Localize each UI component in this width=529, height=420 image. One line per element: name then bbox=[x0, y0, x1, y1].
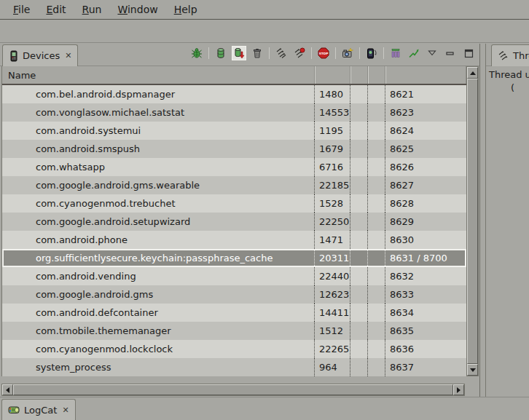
table-header[interactable]: Name bbox=[2, 66, 466, 85]
scroll-down-button[interactable] bbox=[467, 364, 478, 376]
process-row[interactable]: com.cyanogenmod.trebuchet 1528 8628 bbox=[2, 194, 466, 213]
process-row[interactable]: com.android.systemui 1195 8624 bbox=[2, 122, 466, 140]
port-cell: 8630 bbox=[385, 231, 466, 249]
toolbar-separator bbox=[269, 47, 270, 59]
port-cell: 8635 bbox=[385, 322, 466, 340]
cause-gc-icon[interactable] bbox=[251, 47, 264, 60]
empty-cell bbox=[350, 304, 368, 322]
process-row[interactable]: com.google.android.gms 12623 8633 bbox=[2, 285, 466, 304]
process-row[interactable]: com.vonglasow.michael.satstat 14553 8623 bbox=[2, 103, 466, 122]
tab-logcat[interactable]: LogCat ✕ bbox=[1, 399, 76, 420]
empty-cell bbox=[368, 85, 385, 103]
port-cell: 8634 bbox=[385, 304, 466, 322]
process-row[interactable]: com.cyanogenmod.lockclock 22265 8636 bbox=[2, 340, 466, 358]
column-header-empty[interactable] bbox=[350, 66, 368, 84]
tab-threads[interactable]: Threads bbox=[491, 44, 529, 66]
update-heap-icon[interactable] bbox=[214, 47, 227, 60]
screen-capture-icon[interactable] bbox=[341, 47, 354, 60]
threads-message: Thread up ( bbox=[486, 66, 529, 95]
process-row[interactable]: com.whatsapp 6716 8626 bbox=[2, 158, 466, 176]
empty-cell bbox=[368, 103, 385, 122]
debug-process-icon[interactable] bbox=[190, 47, 203, 60]
process-name-cell: com.cyanogenmod.lockclock bbox=[2, 340, 315, 358]
vertical-scrollbar-thumb[interactable] bbox=[467, 79, 478, 364]
dump-hprof-icon[interactable] bbox=[232, 47, 246, 60]
rotate-screen-icon[interactable] bbox=[365, 47, 378, 60]
port-cell: 8627 bbox=[385, 176, 466, 194]
port-cell: 8631 / 8700 bbox=[385, 249, 466, 267]
port-cell: 8637 bbox=[385, 358, 466, 376]
view-menu-icon[interactable] bbox=[426, 47, 439, 60]
column-header-name[interactable]: Name bbox=[2, 66, 315, 84]
scroll-left-button[interactable] bbox=[2, 384, 13, 395]
devices-view: Devices ✕ bbox=[0, 44, 480, 397]
menu-item-help[interactable]: Help bbox=[167, 1, 205, 17]
process-row[interactable]: com.bel.android.dspmanager 1480 8621 bbox=[2, 85, 466, 103]
pid-cell: 20311 bbox=[315, 249, 350, 267]
process-name-cell: org.sufficientlysecure.keychain:passphra… bbox=[2, 249, 315, 267]
svg-text:STOP: STOP bbox=[319, 52, 329, 55]
column-header-port[interactable] bbox=[385, 66, 466, 84]
pid-cell: 1480 bbox=[315, 85, 350, 103]
process-row[interactable]: com.android.smspush 1679 8625 bbox=[2, 140, 466, 158]
process-row[interactable]: com.google.android.gms.wearable 22185 86… bbox=[2, 176, 466, 194]
close-icon[interactable]: ✕ bbox=[60, 405, 68, 415]
vertical-scrollbar[interactable] bbox=[466, 66, 479, 376]
horizontal-scrollbar[interactable] bbox=[1, 384, 465, 396]
process-row[interactable]: com.android.defcontainer 14411 8634 bbox=[2, 304, 466, 322]
empty-cell bbox=[368, 158, 385, 176]
close-icon[interactable]: ✕ bbox=[63, 51, 71, 60]
empty-cell bbox=[368, 194, 385, 213]
horizontal-scrollbar-thumb[interactable] bbox=[13, 384, 453, 395]
empty-cell bbox=[368, 140, 385, 158]
empty-cell bbox=[350, 103, 368, 122]
port-cell: 8623 bbox=[385, 103, 466, 122]
update-threads-icon[interactable] bbox=[275, 47, 288, 60]
empty-cell bbox=[350, 176, 368, 194]
scroll-right-button[interactable] bbox=[453, 384, 464, 395]
pid-cell: 22250 bbox=[315, 213, 350, 231]
port-cell: 8636 bbox=[385, 340, 466, 358]
port-cell: 8626 bbox=[385, 158, 466, 176]
empty-cell bbox=[368, 358, 385, 376]
pid-cell: 14553 bbox=[315, 103, 350, 122]
maximize-icon[interactable] bbox=[462, 47, 475, 60]
scroll-up-button[interactable] bbox=[467, 67, 478, 79]
process-row[interactable]: com.google.android.setupwizard 22250 862… bbox=[2, 213, 466, 231]
view-hierarchy-icon[interactable] bbox=[389, 47, 402, 60]
method-profiling-icon[interactable] bbox=[293, 47, 306, 60]
port-cell: 8633 bbox=[385, 285, 466, 304]
process-name-cell: com.whatsapp bbox=[2, 158, 315, 176]
port-cell: 8628 bbox=[385, 194, 466, 213]
process-row[interactable]: org.sufficientlysecure.keychain:passphra… bbox=[2, 249, 466, 267]
port-cell: 8621 bbox=[385, 85, 466, 103]
process-row[interactable]: com.tmobile.thememanager 1512 8635 bbox=[2, 322, 466, 340]
process-name-cell: com.android.systemui bbox=[2, 122, 315, 140]
threads-message-line1: Thread up bbox=[489, 68, 529, 82]
menu-item-window[interactable]: Window bbox=[110, 1, 165, 17]
threads-view: Threads Thread up ( bbox=[485, 44, 529, 397]
tab-logcat-label: LogCat bbox=[24, 405, 57, 416]
empty-cell bbox=[350, 249, 368, 267]
column-header-empty[interactable] bbox=[368, 66, 385, 84]
column-header-pid[interactable] bbox=[315, 66, 350, 84]
opengl-trace-icon[interactable] bbox=[407, 47, 420, 60]
stop-process-icon[interactable]: STOP bbox=[317, 47, 330, 60]
menu-item-edit[interactable]: Edit bbox=[39, 1, 73, 17]
pid-cell: 1679 bbox=[315, 140, 350, 158]
empty-cell bbox=[368, 249, 385, 267]
empty-cell bbox=[350, 158, 368, 176]
threads-tabbar: Threads bbox=[486, 44, 529, 66]
process-row[interactable]: com.android.vending 22440 8632 bbox=[2, 267, 466, 285]
process-name-cell: com.google.android.gms bbox=[2, 285, 315, 304]
pid-cell: 14411 bbox=[315, 304, 350, 322]
process-table: Name com.bel.android.dspmanager 1480 862… bbox=[1, 66, 479, 376]
empty-cell bbox=[350, 85, 368, 103]
process-row[interactable]: system_process 964 8637 bbox=[2, 358, 466, 376]
menu-item-run[interactable]: Run bbox=[75, 1, 109, 17]
tab-devices[interactable]: Devices ✕ bbox=[2, 44, 78, 66]
minimize-icon[interactable] bbox=[444, 47, 457, 60]
menu-item-file[interactable]: File bbox=[6, 1, 37, 17]
process-row[interactable]: com.android.phone 1471 8630 bbox=[2, 231, 466, 249]
process-name-cell: system_process bbox=[2, 358, 315, 376]
